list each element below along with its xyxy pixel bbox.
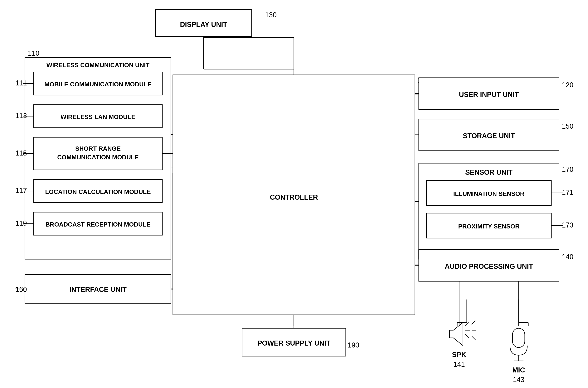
- illumination-sensor-ref: 171: [562, 189, 573, 196]
- mobile-comm-ref: 111: [15, 79, 27, 87]
- svg-rect-47: [512, 328, 525, 347]
- short-range-ref: 115: [15, 149, 27, 157]
- wireless-comm-unit-label: WIRELESS COMMUNICATION UNIT: [47, 62, 150, 69]
- power-supply-unit-label: POWER SUPPLY UNIT: [257, 339, 331, 347]
- wireless-lan-module-label: WIRELESS LAN MODULE: [60, 114, 135, 120]
- storage-unit-ref: 150: [562, 122, 573, 130]
- sensor-unit-label: SENSOR UNIT: [465, 168, 512, 176]
- spk-ref: 141: [453, 360, 465, 368]
- display-unit-label: DISPLAY UNIT: [180, 21, 227, 28]
- audio-processing-unit-ref: 140: [562, 253, 573, 261]
- user-input-unit-ref: 120: [562, 81, 573, 89]
- mic-ref: 143: [513, 376, 524, 384]
- power-supply-unit-ref: 190: [348, 341, 359, 349]
- short-range-module-label-2: COMMUNICATION MODULE: [57, 154, 139, 161]
- broadcast-reception-ref: 119: [15, 219, 27, 227]
- controller-label: CONTROLLER: [270, 193, 318, 201]
- svg-line-45: [472, 336, 475, 340]
- mobile-comm-module-label: MOBILE COMMUNICATION MODULE: [44, 81, 152, 88]
- short-range-module-box: [34, 137, 162, 170]
- mic-label: MIC: [512, 366, 525, 374]
- short-range-module-label-1: SHORT RANGE: [75, 145, 121, 152]
- audio-processing-unit-label: AUDIO PROCESSING UNIT: [445, 263, 533, 270]
- broadcast-reception-label: BROADCAST RECEPTION MODULE: [45, 221, 151, 228]
- svg-line-40: [465, 322, 469, 326]
- interface-unit-label: INTERFACE UNIT: [69, 286, 127, 293]
- svg-marker-39: [450, 322, 463, 346]
- wireless-lan-ref: 113: [15, 112, 27, 120]
- spk-label: SPK: [452, 351, 466, 359]
- sensor-unit-ref: 170: [562, 166, 573, 173]
- svg-line-42: [465, 334, 469, 338]
- display-unit-ref: 130: [265, 11, 277, 19]
- user-input-unit-label: USER INPUT UNIT: [459, 91, 519, 98]
- sensor-unit-box: [419, 163, 559, 259]
- proximity-sensor-ref: 173: [562, 221, 573, 229]
- wireless-comm-unit-ref: 110: [28, 49, 39, 57]
- interface-unit-ref: 160: [15, 286, 27, 293]
- location-calc-ref: 117: [15, 187, 27, 194]
- proximity-sensor-label: PROXIMITY SENSOR: [458, 223, 519, 230]
- illumination-sensor-label: ILLUMINATION SENSOR: [453, 190, 525, 197]
- svg-line-43: [472, 321, 475, 324]
- storage-unit-label: STORAGE UNIT: [463, 132, 515, 140]
- location-calc-label: LOCATION CALCULATION MODULE: [45, 188, 151, 195]
